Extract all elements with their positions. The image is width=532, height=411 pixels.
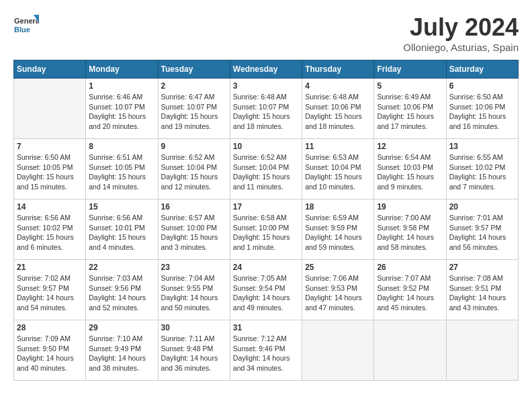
- day-number: 25: [305, 263, 371, 272]
- day-number: 31: [233, 323, 299, 332]
- weekday-header-sunday: Sunday: [14, 60, 86, 79]
- day-detail: Sunrise: 6:50 AMSunset: 10:05 PMDaylight…: [17, 152, 83, 192]
- day-detail: Sunrise: 7:03 AMSunset: 9:56 PMDaylight:…: [89, 273, 154, 313]
- day-number: 3: [233, 81, 299, 91]
- day-cell: [446, 320, 518, 381]
- day-cell: 7Sunrise: 6:50 AMSunset: 10:05 PMDayligh…: [14, 139, 86, 199]
- day-detail: Sunrise: 7:00 AMSunset: 9:58 PMDaylight:…: [377, 213, 443, 253]
- day-cell: 6Sunrise: 6:50 AMSunset: 10:06 PMDayligh…: [446, 79, 518, 139]
- day-detail: Sunrise: 6:50 AMSunset: 10:06 PMDaylight…: [449, 92, 515, 132]
- day-cell: [302, 320, 374, 381]
- day-cell: 23Sunrise: 7:04 AMSunset: 9:55 PMDayligh…: [158, 260, 230, 320]
- day-cell: 29Sunrise: 7:10 AMSunset: 9:49 PMDayligh…: [86, 320, 158, 381]
- day-cell: 2Sunrise: 6:47 AMSunset: 10:07 PMDayligh…: [158, 79, 230, 139]
- day-cell: 11Sunrise: 6:53 AMSunset: 10:04 PMDaylig…: [302, 139, 374, 199]
- day-detail: Sunrise: 6:52 AMSunset: 10:04 PMDaylight…: [161, 152, 227, 192]
- day-cell: 9Sunrise: 6:52 AMSunset: 10:04 PMDayligh…: [158, 139, 230, 199]
- weekday-header-friday: Friday: [374, 60, 446, 79]
- day-number: 20: [449, 202, 515, 212]
- svg-text:Blue: Blue: [14, 26, 30, 34]
- day-cell: 30Sunrise: 7:11 AMSunset: 9:48 PMDayligh…: [158, 320, 230, 381]
- week-row-3: 14Sunrise: 6:56 AMSunset: 10:02 PMDaylig…: [14, 199, 519, 260]
- day-cell: 5Sunrise: 6:49 AMSunset: 10:06 PMDayligh…: [374, 79, 446, 139]
- day-cell: 17Sunrise: 6:58 AMSunset: 10:00 PMDaylig…: [230, 199, 302, 260]
- day-cell: 14Sunrise: 6:56 AMSunset: 10:02 PMDaylig…: [14, 199, 86, 260]
- day-number: 21: [17, 263, 83, 272]
- day-number: 1: [89, 81, 154, 91]
- day-number: 28: [17, 323, 83, 332]
- day-number: 16: [161, 202, 227, 212]
- day-number: 26: [377, 263, 443, 272]
- logo-icon: General Blue: [13, 13, 39, 39]
- day-cell: 12Sunrise: 6:54 AMSunset: 10:03 PMDaylig…: [374, 139, 446, 199]
- day-number: 23: [161, 263, 227, 272]
- svg-text:General: General: [14, 17, 39, 25]
- day-detail: Sunrise: 6:54 AMSunset: 10:03 PMDaylight…: [377, 152, 443, 192]
- day-detail: Sunrise: 7:06 AMSunset: 9:53 PMDaylight:…: [305, 273, 371, 313]
- weekday-header-tuesday: Tuesday: [158, 60, 230, 79]
- weekday-header-thursday: Thursday: [302, 60, 374, 79]
- day-detail: Sunrise: 7:01 AMSunset: 9:57 PMDaylight:…: [449, 213, 515, 253]
- day-detail: Sunrise: 6:53 AMSunset: 10:04 PMDaylight…: [305, 152, 371, 192]
- day-detail: Sunrise: 6:57 AMSunset: 10:00 PMDaylight…: [161, 213, 227, 253]
- day-detail: Sunrise: 7:04 AMSunset: 9:55 PMDaylight:…: [161, 273, 227, 313]
- day-cell: 31Sunrise: 7:12 AMSunset: 9:46 PMDayligh…: [230, 320, 302, 381]
- day-number: 18: [305, 202, 371, 212]
- day-detail: Sunrise: 7:10 AMSunset: 9:49 PMDaylight:…: [89, 334, 154, 373]
- day-number: 9: [161, 142, 227, 151]
- day-detail: Sunrise: 6:58 AMSunset: 10:00 PMDaylight…: [233, 213, 299, 253]
- weekday-header-monday: Monday: [86, 60, 158, 79]
- day-cell: 8Sunrise: 6:51 AMSunset: 10:05 PMDayligh…: [86, 139, 158, 199]
- day-detail: Sunrise: 6:59 AMSunset: 9:59 PMDaylight:…: [305, 213, 371, 253]
- day-cell: 27Sunrise: 7:08 AMSunset: 9:51 PMDayligh…: [446, 260, 518, 320]
- day-number: 13: [449, 142, 515, 151]
- day-detail: Sunrise: 6:49 AMSunset: 10:06 PMDaylight…: [377, 92, 443, 132]
- day-cell: 28Sunrise: 7:09 AMSunset: 9:50 PMDayligh…: [14, 320, 86, 381]
- day-number: 14: [17, 202, 83, 212]
- title-area: July 2024 Olloniego, Asturias, Spain: [403, 13, 519, 53]
- day-cell: 18Sunrise: 6:59 AMSunset: 9:59 PMDayligh…: [302, 199, 374, 260]
- day-detail: Sunrise: 7:12 AMSunset: 9:46 PMDaylight:…: [233, 334, 299, 373]
- day-cell: 20Sunrise: 7:01 AMSunset: 9:57 PMDayligh…: [446, 199, 518, 260]
- day-detail: Sunrise: 7:02 AMSunset: 9:57 PMDaylight:…: [17, 273, 83, 313]
- day-cell: 25Sunrise: 7:06 AMSunset: 9:53 PMDayligh…: [302, 260, 374, 320]
- day-number: 30: [161, 323, 227, 332]
- day-cell: 16Sunrise: 6:57 AMSunset: 10:00 PMDaylig…: [158, 199, 230, 260]
- day-detail: Sunrise: 6:48 AMSunset: 10:07 PMDaylight…: [233, 92, 299, 132]
- day-cell: 3Sunrise: 6:48 AMSunset: 10:07 PMDayligh…: [230, 79, 302, 139]
- day-cell: [14, 79, 86, 139]
- day-cell: 22Sunrise: 7:03 AMSunset: 9:56 PMDayligh…: [86, 260, 158, 320]
- day-number: 29: [89, 323, 154, 332]
- day-detail: Sunrise: 6:47 AMSunset: 10:07 PMDaylight…: [161, 92, 227, 132]
- location: Olloniego, Asturias, Spain: [403, 42, 519, 53]
- day-number: 24: [233, 263, 299, 272]
- logo: General Blue: [13, 13, 39, 39]
- day-number: 10: [233, 142, 299, 151]
- calendar-table: SundayMondayTuesdayWednesdayThursdayFrid…: [13, 60, 519, 381]
- day-detail: Sunrise: 7:09 AMSunset: 9:50 PMDaylight:…: [17, 334, 83, 373]
- day-cell: [374, 320, 446, 381]
- day-cell: 4Sunrise: 6:48 AMSunset: 10:06 PMDayligh…: [302, 79, 374, 139]
- day-number: 12: [377, 142, 443, 151]
- day-cell: 19Sunrise: 7:00 AMSunset: 9:58 PMDayligh…: [374, 199, 446, 260]
- day-cell: 1Sunrise: 6:46 AMSunset: 10:07 PMDayligh…: [86, 79, 158, 139]
- day-detail: Sunrise: 6:48 AMSunset: 10:06 PMDaylight…: [305, 92, 371, 132]
- weekday-header-wednesday: Wednesday: [230, 60, 302, 79]
- day-detail: Sunrise: 7:05 AMSunset: 9:54 PMDaylight:…: [233, 273, 299, 313]
- day-number: 15: [89, 202, 154, 212]
- day-detail: Sunrise: 7:08 AMSunset: 9:51 PMDaylight:…: [449, 273, 515, 313]
- day-cell: 10Sunrise: 6:52 AMSunset: 10:04 PMDaylig…: [230, 139, 302, 199]
- week-row-2: 7Sunrise: 6:50 AMSunset: 10:05 PMDayligh…: [14, 139, 519, 199]
- day-number: 8: [89, 142, 154, 151]
- day-number: 19: [377, 202, 443, 212]
- day-detail: Sunrise: 6:56 AMSunset: 10:02 PMDaylight…: [17, 213, 83, 253]
- week-row-1: 1Sunrise: 6:46 AMSunset: 10:07 PMDayligh…: [14, 79, 519, 139]
- day-cell: 13Sunrise: 6:55 AMSunset: 10:02 PMDaylig…: [446, 139, 518, 199]
- day-detail: Sunrise: 6:51 AMSunset: 10:05 PMDaylight…: [89, 152, 154, 192]
- day-detail: Sunrise: 6:46 AMSunset: 10:07 PMDaylight…: [89, 92, 154, 132]
- day-number: 7: [17, 142, 83, 151]
- day-detail: Sunrise: 6:56 AMSunset: 10:01 PMDaylight…: [89, 213, 154, 253]
- day-detail: Sunrise: 6:52 AMSunset: 10:04 PMDaylight…: [233, 152, 299, 192]
- day-number: 17: [233, 202, 299, 212]
- page-header: General Blue July 2024 Olloniego, Asturi…: [13, 13, 519, 53]
